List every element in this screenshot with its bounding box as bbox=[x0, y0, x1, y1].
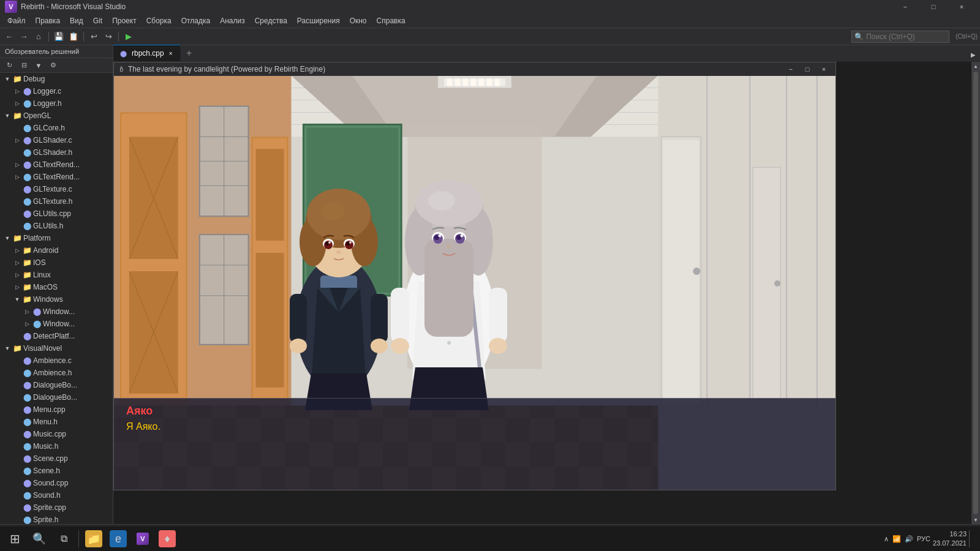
start-button[interactable]: ⊞ bbox=[2, 527, 27, 551]
tree-file-glutils-h[interactable]: ⬤ GLUtils.h bbox=[0, 220, 113, 232]
search-icon: 🔍 bbox=[854, 32, 864, 41]
tree-label-gltextrenderer-h: GLTextRend... bbox=[33, 173, 80, 181]
game-content[interactable]: Аяко Я Аяко. bbox=[114, 76, 835, 490]
scroll-down-btn[interactable]: ▼ bbox=[971, 515, 980, 524]
menu-tools[interactable]: Средства bbox=[250, 14, 292, 28]
menu-help[interactable]: Справка bbox=[372, 14, 410, 28]
menu-view[interactable]: Вид bbox=[65, 14, 88, 28]
tree-folder-macos[interactable]: ▷ 📁 MacOS bbox=[0, 281, 113, 293]
tree-file-logger-h[interactable]: ▷ ⬤ Logger.h bbox=[0, 97, 113, 110]
menu-edit[interactable]: Правка bbox=[31, 14, 66, 28]
tree-file-gltextrenderer-h[interactable]: ▷ ⬤ GLTextRend... bbox=[0, 171, 113, 183]
tree-file-gltexture-cpp[interactable]: ⬤ GLTexture.c bbox=[0, 183, 113, 195]
tab-scroll-right[interactable]: ▶ bbox=[967, 48, 980, 61]
search-bar[interactable]: 🔍 bbox=[851, 31, 949, 43]
tree-file-detectplatform[interactable]: ⬤ DetectPlatf... bbox=[0, 330, 113, 342]
tree-folder-opengl[interactable]: ▼ 📁 OpenGL bbox=[0, 110, 113, 122]
menu-project[interactable]: Проект bbox=[107, 14, 141, 28]
tree-file-menu-h[interactable]: ⬤ Menu.h bbox=[0, 416, 113, 428]
tree-file-dialoguebox-h[interactable]: ⬤ DialogueBo... bbox=[0, 391, 113, 403]
tree-folder-ios[interactable]: ▷ 📁 IOS bbox=[0, 257, 113, 269]
tree-folder-linux[interactable]: ▷ 📁 Linux bbox=[0, 269, 113, 281]
tree-folder-debug[interactable]: ▼ 📁 Debug bbox=[0, 73, 113, 85]
menu-window[interactable]: Окно bbox=[345, 14, 372, 28]
se-collapse-btn[interactable]: ⊟ bbox=[17, 59, 31, 72]
show-desktop-btn[interactable] bbox=[969, 530, 973, 547]
tree-folder-visualnovel[interactable]: ▼ 📁 VisualNovel bbox=[0, 342, 113, 354]
scroll-up-btn[interactable]: ▲ bbox=[971, 62, 980, 70]
tree-file-dialoguebox-cpp[interactable]: ⬤ DialogueBo... bbox=[0, 379, 113, 391]
tree-file-glshader-cpp[interactable]: ▷ ⬤ GLShader.c bbox=[0, 134, 113, 146]
tree-file-glshader-h[interactable]: ⬤ GLShader.h bbox=[0, 146, 113, 159]
tree-file-ambience-h[interactable]: ⬤ Ambience.h bbox=[0, 367, 113, 379]
dialog-box[interactable]: Аяко Я Аяко. bbox=[114, 398, 835, 490]
systray-chevron[interactable]: ∧ bbox=[884, 535, 889, 543]
maximize-button[interactable]: □ bbox=[920, 0, 947, 13]
menu-build[interactable]: Сборка bbox=[141, 14, 176, 28]
game-window-title: The last evening by candlelight (Powered… bbox=[128, 65, 325, 73]
menu-debug[interactable]: Отладка bbox=[176, 14, 215, 28]
toolbar-save-all[interactable]: 📋 bbox=[67, 30, 80, 43]
tree-file-sound-cpp[interactable]: ⬤ Sound.cpp bbox=[0, 477, 113, 489]
tree-file-sprite-h[interactable]: ⬤ Sprite.h bbox=[0, 514, 113, 524]
editor-scrollbar[interactable]: ▲ ▼ bbox=[971, 62, 980, 524]
edge-taskbar-btn[interactable]: e bbox=[106, 527, 130, 551]
tree-file-menu-cpp[interactable]: ⬤ Menu.cpp bbox=[0, 403, 113, 416]
tree-file-glutils-cpp[interactable]: ⬤ GLUtils.cpp bbox=[0, 208, 113, 220]
se-sync-btn[interactable]: ↻ bbox=[2, 59, 16, 72]
toolbar-forward[interactable]: → bbox=[17, 30, 31, 43]
tree-file-music-h[interactable]: ⬤ Music.h bbox=[0, 440, 113, 452]
minimize-button[interactable]: − bbox=[892, 0, 919, 13]
tree-file-gltexture-h[interactable]: ⬤ GLTexture.h bbox=[0, 195, 113, 208]
menu-analyze[interactable]: Анализ bbox=[215, 14, 250, 28]
toolbar-home[interactable]: ⌂ bbox=[32, 30, 45, 43]
close-button[interactable]: × bbox=[948, 0, 975, 13]
tree-file-scene-h[interactable]: ⬤ Scene.h bbox=[0, 465, 113, 477]
cpp-icon-window: ⬤ bbox=[32, 307, 42, 317]
game-title-controls[interactable]: − □ × bbox=[783, 64, 832, 74]
menu-file[interactable]: Файл bbox=[2, 14, 31, 28]
toolbar-start[interactable]: ▶ bbox=[122, 30, 135, 43]
clock[interactable]: 16:23 23.07.2021 bbox=[933, 530, 967, 549]
search-input[interactable] bbox=[866, 32, 946, 41]
vs-taskbar-btn[interactable]: V bbox=[130, 527, 155, 551]
scroll-thumb[interactable] bbox=[973, 72, 978, 514]
app-taskbar-btn[interactable]: ♦ bbox=[155, 527, 179, 551]
tree-file-sound-h[interactable]: ⬤ Sound.h bbox=[0, 489, 113, 501]
tree-file-ambience-cpp[interactable]: ⬤ Ambience.c bbox=[0, 354, 113, 367]
toolbar-redo[interactable]: ↪ bbox=[102, 30, 115, 43]
tree-file-window-h[interactable]: ▷ ⬤ Window... bbox=[0, 318, 113, 330]
toolbar-undo[interactable]: ↩ bbox=[87, 30, 100, 43]
taskview-button[interactable]: ⧉ bbox=[51, 527, 76, 551]
tree-file-logger-cpp[interactable]: ▷ ⬤ Logger.c bbox=[0, 85, 113, 97]
game-minimize-btn[interactable]: − bbox=[783, 64, 799, 74]
tree-file-sprite-cpp[interactable]: ⬤ Sprite.cpp bbox=[0, 501, 113, 514]
tree-label-glcore: GLCore.h bbox=[33, 124, 65, 132]
toolbar-save[interactable]: 💾 bbox=[52, 30, 66, 43]
svg-point-115 bbox=[391, 338, 409, 354]
tree-file-window-cpp[interactable]: ▷ ⬤ Window... bbox=[0, 305, 113, 318]
tree-file-music-cpp[interactable]: ⬤ Music.cpp bbox=[0, 428, 113, 440]
toolbar-back[interactable]: ← bbox=[2, 30, 16, 43]
title-bar-controls[interactable]: − □ × bbox=[892, 0, 975, 13]
folder-icon-ios: 📁 bbox=[22, 258, 32, 268]
se-filter-btn[interactable]: ▼ bbox=[32, 59, 45, 72]
tab-rbpch-cpp[interactable]: ⬤ rbpch.cpp × bbox=[113, 45, 181, 61]
tree-arrow-opengl: ▼ bbox=[2, 111, 12, 121]
tree-file-scene-cpp[interactable]: ⬤ Scene.cpp bbox=[0, 452, 113, 465]
tab-new-button[interactable]: + bbox=[181, 45, 198, 61]
tree-folder-windows[interactable]: ▼ 📁 Windows bbox=[0, 293, 113, 305]
tree-file-glcore[interactable]: ⬤ GLCore.h bbox=[0, 122, 113, 134]
menu-extensions[interactable]: Расширения bbox=[292, 14, 345, 28]
game-close-btn[interactable]: × bbox=[816, 64, 832, 74]
tree-file-gltextrenderer-cpp[interactable]: ▷ ⬤ GLTextRend... bbox=[0, 159, 113, 171]
tree-folder-platform[interactable]: ▼ 📁 Platform bbox=[0, 232, 113, 244]
tree-arrow-ambience-h bbox=[12, 368, 22, 378]
explorer-taskbar-btn[interactable]: 📁 bbox=[81, 527, 106, 551]
se-settings-btn[interactable]: ⚙ bbox=[47, 59, 60, 72]
search-taskbar-button[interactable]: 🔍 bbox=[27, 527, 51, 551]
tab-close-rbpch[interactable]: × bbox=[167, 49, 175, 58]
tree-folder-android[interactable]: ▷ 📁 Android bbox=[0, 244, 113, 257]
game-maximize-btn[interactable]: □ bbox=[799, 64, 815, 74]
menu-git[interactable]: Git bbox=[88, 14, 107, 28]
